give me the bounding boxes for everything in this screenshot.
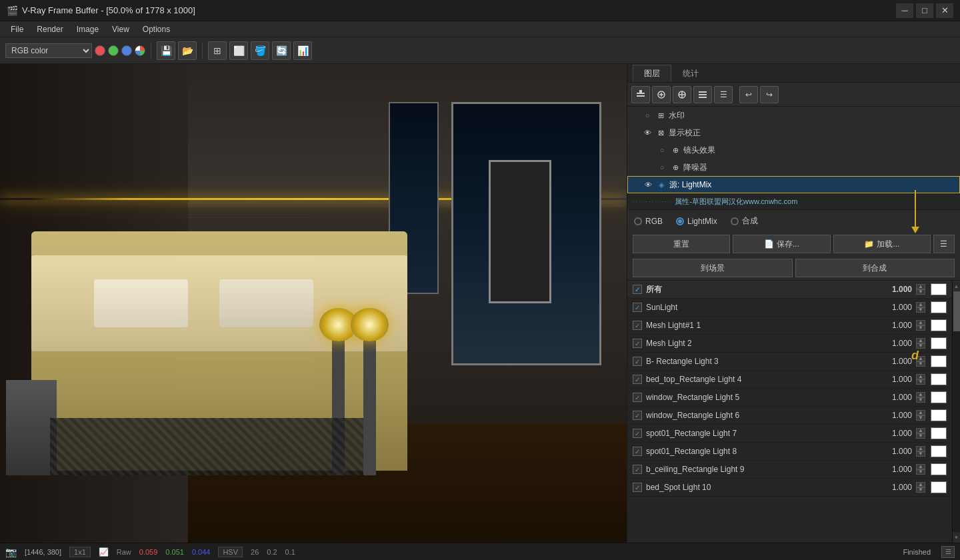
light-color-rect3[interactable] <box>931 355 947 367</box>
light-color-all[interactable] <box>931 283 947 295</box>
spinner-down-win5[interactable]: ▼ <box>916 397 925 403</box>
close-button[interactable]: ✕ <box>936 3 953 18</box>
spinner-down-win6[interactable]: ▼ <box>916 415 925 421</box>
light-check-ceil9[interactable]: ✓ <box>633 465 642 474</box>
layer-lightmix[interactable]: 👁 ◈ 源: LightMix <box>627 176 960 193</box>
rect-button[interactable]: ⬜ <box>229 41 248 60</box>
light-color-win5[interactable] <box>931 391 947 403</box>
light-row-spot8[interactable]: ✓ spot01_Rectangle Light 8 1.000 ▲ ▼ <box>627 443 952 461</box>
light-check-rect3[interactable]: ✓ <box>633 357 642 366</box>
light-row-mesh2[interactable]: ✓ Mesh Light 2 1.000 ▲ ▼ <box>627 335 952 353</box>
light-color-sunlight[interactable] <box>931 301 947 313</box>
layer-properties-button[interactable] <box>693 86 712 103</box>
light-color-mesh1[interactable] <box>931 319 947 331</box>
light-color-bedtop[interactable] <box>931 373 947 385</box>
light-spinner-spot7[interactable]: ▲ ▼ <box>916 428 927 439</box>
light-row-ceil9[interactable]: ✓ b_ceiling_Rectangle Light 9 1.000 ▲ ▼ <box>627 461 952 479</box>
light-spinner-spot8[interactable]: ▲ ▼ <box>916 446 927 457</box>
menu-file[interactable]: File <box>4 23 30 35</box>
tab-layers[interactable]: 图层 <box>633 65 671 82</box>
light-color-spot7[interactable] <box>931 427 947 439</box>
spinner-down-spot8[interactable]: ▼ <box>916 451 925 457</box>
add-layer-button[interactable] <box>631 86 650 103</box>
light-color-win6[interactable] <box>931 409 947 421</box>
status-menu-button[interactable]: ☰ <box>941 546 955 558</box>
save-button[interactable]: 💾 <box>157 41 175 60</box>
compare-button[interactable]: 🔄 <box>272 41 291 60</box>
color-dot-rgba[interactable] <box>135 45 145 56</box>
histogram-button[interactable]: 📊 <box>293 41 312 60</box>
light-color-spot8[interactable] <box>931 445 947 457</box>
spinner-down-sunlight[interactable]: ▼ <box>916 307 925 313</box>
menu-image[interactable]: Image <box>70 23 105 35</box>
layer-vis-watermark[interactable]: ○ <box>642 110 653 121</box>
to-composite-button[interactable]: 到合成 <box>795 259 955 277</box>
light-row-bedspot10[interactable]: ✓ bed_Spot Light 10 1.000 ▲ ▼ <box>627 479 952 497</box>
light-check-sunlight[interactable]: ✓ <box>633 303 642 312</box>
list-button[interactable]: ☰ <box>933 235 955 253</box>
status-sample[interactable]: 1x1 <box>69 547 91 557</box>
spinner-down-bedspot10[interactable]: ▼ <box>916 487 925 493</box>
load-button[interactable]: 📁 加载... <box>833 235 931 253</box>
layer-list-button[interactable]: ☰ <box>714 86 733 103</box>
add-effect-button[interactable] <box>673 86 691 103</box>
light-spinner-mesh1[interactable]: ▲ ▼ <box>916 320 927 331</box>
viewport[interactable] <box>0 64 627 543</box>
radio-rgb[interactable]: RGB <box>634 217 663 226</box>
light-check-spot8[interactable]: ✓ <box>633 447 642 456</box>
color-dot-b[interactable] <box>121 45 132 56</box>
color-dot-g[interactable] <box>108 45 119 56</box>
light-spinner-all[interactable]: ▲ ▼ <box>916 284 927 295</box>
menu-options[interactable]: Options <box>136 23 177 35</box>
add-correction-button[interactable] <box>652 86 671 103</box>
open-button[interactable]: 📂 <box>178 41 197 60</box>
reset-button[interactable]: 重置 <box>633 235 730 253</box>
light-check-spot7[interactable]: ✓ <box>633 429 642 438</box>
light-check-bedspot10[interactable]: ✓ <box>633 483 642 492</box>
scroll-down-arrow[interactable]: ▼ <box>953 532 961 543</box>
light-row-bedtop[interactable]: ✓ bed_top_Rectangle Light 4 1.000 ▲ ▼ <box>627 371 952 389</box>
layer-lens[interactable]: ○ ⊕ 镜头效果 <box>627 141 960 159</box>
light-check-mesh1[interactable]: ✓ <box>633 321 642 330</box>
light-spinner-mesh2[interactable]: ▲ ▼ <box>916 338 927 349</box>
light-check-win6[interactable]: ✓ <box>633 411 642 420</box>
light-spinner-sunlight[interactable]: ▲ ▼ <box>916 302 927 313</box>
channel-select[interactable]: RGB color Alpha Luminance <box>5 43 92 58</box>
undo-button[interactable]: ↩ <box>739 86 758 103</box>
light-spinner-win6[interactable]: ▲ ▼ <box>916 410 927 421</box>
spinner-down-mesh2[interactable]: ▼ <box>916 343 925 349</box>
menu-render[interactable]: Render <box>30 23 69 35</box>
layer-correction[interactable]: 👁 ⊠ 显示校正 <box>627 124 960 141</box>
redo-button[interactable]: ↪ <box>760 86 779 103</box>
tab-stats[interactable]: 统计 <box>671 65 710 82</box>
light-check-bedtop[interactable]: ✓ <box>633 375 642 384</box>
minimize-button[interactable]: ─ <box>896 3 913 18</box>
light-check-mesh2[interactable]: ✓ <box>633 339 642 348</box>
layer-denoise[interactable]: ○ ⊕ 降噪器 <box>627 159 960 176</box>
maximize-button[interactable]: □ <box>916 3 933 18</box>
save-file-button[interactable]: 📄 保存... <box>733 235 830 253</box>
light-check-all[interactable]: ✓ <box>633 285 642 294</box>
light-row-sunlight[interactable]: ✓ SunLight 1.000 ▲ ▼ <box>627 299 952 317</box>
light-spinner-bedspot10[interactable]: ▲ ▼ <box>916 482 927 493</box>
to-scene-button[interactable]: 到场景 <box>633 259 793 277</box>
light-row-win6[interactable]: ✓ window_Rectangle Light 6 1.000 ▲ ▼ <box>627 407 952 425</box>
light-check-win5[interactable]: ✓ <box>633 393 642 402</box>
spinner-down-ceil9[interactable]: ▼ <box>916 469 925 475</box>
radio-composite[interactable]: 合成 <box>731 215 758 227</box>
light-color-ceil9[interactable] <box>931 463 947 475</box>
light-row-mesh1[interactable]: ✓ Mesh Light#1 1 1.000 ▲ ▼ <box>627 317 952 335</box>
light-spinner-bedtop[interactable]: ▲ ▼ <box>916 374 927 385</box>
region-select-button[interactable]: ⊞ <box>208 41 227 60</box>
menu-view[interactable]: View <box>105 23 136 35</box>
bucket-button[interactable]: 🪣 <box>251 41 269 60</box>
status-color-mode[interactable]: HSV <box>218 547 243 557</box>
light-row-rect3[interactable]: ✓ B- Rectangle Light 3 1.000 ▲ ▼ d <box>627 353 952 371</box>
light-row-all[interactable]: ✓ 所有 1.000 ▲ ▼ <box>627 281 952 299</box>
scroll-thumb[interactable] <box>953 291 960 331</box>
light-row-spot7[interactable]: ✓ spot01_Rectangle Light 7 1.000 ▲ ▼ <box>627 425 952 443</box>
layer-vis-lens[interactable]: ○ <box>657 145 667 155</box>
light-color-bedspot10[interactable] <box>931 481 947 493</box>
light-spinner-win5[interactable]: ▲ ▼ <box>916 392 927 403</box>
spinner-down-spot7[interactable]: ▼ <box>916 433 925 439</box>
